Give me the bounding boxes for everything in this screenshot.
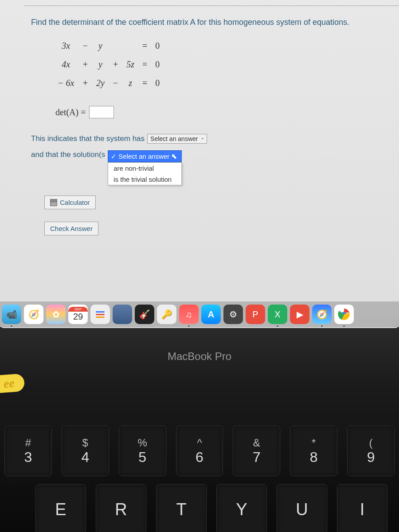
eq-cell: 4x	[54, 55, 78, 73]
question-prompt: Find the determinant of the coefficient …	[31, 18, 372, 27]
eq-cell: 5z	[123, 55, 138, 73]
eq-cell: 2y	[93, 74, 108, 92]
facetime-icon[interactable]: 📹	[2, 305, 21, 324]
dropdown-selected-label: Select an answer	[118, 153, 169, 160]
settings-icon[interactable]: ⚙	[223, 305, 243, 324]
solution-row: and that the solution(s ✓ Select an answ…	[31, 150, 372, 185]
key-e[interactable]: E	[35, 484, 86, 532]
dock-app-icon[interactable]	[113, 305, 132, 324]
eq-cell: =	[139, 74, 151, 92]
eq-cell: 0	[152, 55, 163, 73]
keyboard: #3 $4 %5 ^6 &7 *8 (9 E R T Y U I	[0, 426, 399, 532]
det-label: det(A) =	[55, 107, 86, 117]
solution-dropdown[interactable]: ✓ Select an answer ⬉ are non-trivial is …	[108, 150, 182, 185]
key-symbol: *	[312, 437, 316, 449]
eq-cell: z	[123, 74, 138, 92]
key-y[interactable]: Y	[216, 484, 267, 532]
eq-cell	[123, 37, 138, 55]
key-symbol: #	[25, 437, 31, 449]
keychain-icon[interactable]: 🔑	[157, 305, 176, 324]
key-number: 8	[310, 449, 318, 466]
calculator-button[interactable]: Calculator	[44, 196, 96, 209]
equation-table: 3x − y = 0 4x + y + 5z = 0	[53, 36, 164, 93]
eq-cell: y	[93, 37, 108, 55]
det-input[interactable]	[89, 106, 114, 118]
divider	[24, 5, 399, 6]
key-i[interactable]: I	[337, 484, 387, 532]
eq-cell: +	[78, 74, 92, 92]
key-symbol: $	[82, 437, 88, 449]
calendar-icon[interactable]: SEP 29	[68, 305, 88, 324]
key-4[interactable]: $4	[62, 426, 109, 476]
eq-cell	[109, 37, 122, 55]
dropdown-selected[interactable]: ✓ Select an answer ⬉	[108, 150, 182, 162]
check-icon: ✓	[111, 153, 117, 160]
garageband-icon[interactable]: 🎸	[135, 305, 154, 324]
key-number: 5	[138, 449, 146, 466]
system-type-select[interactable]: Select an answer	[147, 134, 207, 144]
key-7[interactable]: &7	[233, 426, 280, 476]
key-9[interactable]: (9	[347, 426, 395, 476]
key-row: E R T Y U I	[4, 484, 395, 532]
music-icon[interactable]: ♫	[179, 305, 199, 324]
question-content: Find the determinant of the coefficient …	[0, 0, 399, 248]
chrome-icon[interactable]	[334, 305, 354, 324]
key-symbol: %	[137, 437, 147, 449]
equation-row: 3x − y = 0	[54, 37, 163, 55]
eq-cell: −	[78, 37, 92, 55]
photos-icon[interactable]: ✿	[46, 305, 66, 324]
calendar-day: 29	[73, 312, 83, 322]
calendar-month: SEP	[68, 307, 88, 312]
eq-cell: 0	[152, 37, 163, 55]
eq-cell: =	[139, 37, 151, 55]
indicates-text: This indicates that the system has	[31, 134, 145, 143]
cursor-icon: ⬉	[171, 152, 177, 160]
screen: Find the determinant of the coefficient …	[0, 0, 399, 328]
youtube-icon[interactable]: ▶	[290, 305, 309, 324]
key-symbol: ^	[197, 437, 202, 449]
key-t[interactable]: T	[156, 484, 207, 532]
equation-system: 3x − y = 0 4x + y + 5z = 0	[53, 36, 372, 93]
key-5[interactable]: %5	[119, 426, 166, 476]
det-row: det(A) =	[55, 106, 372, 118]
check-answer-label: Check Answer	[50, 225, 93, 232]
key-symbol: (	[369, 437, 373, 449]
safari-icon[interactable]: 🧭	[24, 305, 43, 324]
equation-row: 4x + y + 5z = 0	[54, 55, 163, 73]
eq-cell: +	[78, 55, 92, 73]
key-6[interactable]: ^6	[176, 426, 223, 476]
key-symbol: &	[253, 437, 260, 449]
eq-cell: − 6x	[54, 74, 78, 92]
eq-cell: y	[93, 55, 108, 73]
excel-icon[interactable]: X	[268, 305, 287, 324]
calculator-icon	[50, 199, 57, 206]
key-number: 7	[253, 449, 261, 466]
dropdown-option[interactable]: is the trivial solution	[108, 174, 181, 185]
key-row: #3 $4 %5 ^6 &7 *8 (9	[4, 426, 395, 476]
key-3[interactable]: #3	[4, 426, 52, 476]
eq-cell: 0	[152, 74, 163, 92]
safari-alt-icon[interactable]: 🧭	[312, 305, 332, 324]
key-number: 4	[81, 449, 89, 466]
indicates-row: This indicates that the system has Selec…	[31, 134, 372, 144]
prompt-text: Find the determinant of the coefficient …	[31, 18, 349, 27]
solution-text: and that the solution(s	[31, 150, 105, 159]
key-r[interactable]: R	[96, 484, 146, 532]
powerpoint-icon[interactable]: P	[246, 305, 265, 324]
key-number: 6	[196, 449, 203, 466]
eq-cell: =	[139, 55, 151, 73]
dropdown-option[interactable]: are non-trivial	[108, 163, 181, 174]
dropdown-menu: are non-trivial is the trivial solution	[108, 162, 182, 185]
key-number: 9	[367, 449, 375, 466]
reminders-icon[interactable]	[90, 305, 110, 324]
key-number: 3	[24, 449, 32, 466]
macos-dock: 📹 🧭 ✿ SEP 29 🎸 🔑 ♫ A ⚙ P X ▶ 🧭	[0, 301, 399, 327]
eq-cell: 3x	[54, 37, 78, 55]
calculator-label: Calculator	[60, 199, 90, 206]
check-answer-button[interactable]: Check Answer	[44, 222, 98, 235]
equation-row: − 6x + 2y − z = 0	[54, 74, 163, 92]
app-store-icon[interactable]: A	[201, 305, 221, 324]
key-8[interactable]: *8	[290, 426, 337, 476]
eq-cell: +	[109, 55, 122, 73]
key-u[interactable]: U	[277, 484, 327, 532]
